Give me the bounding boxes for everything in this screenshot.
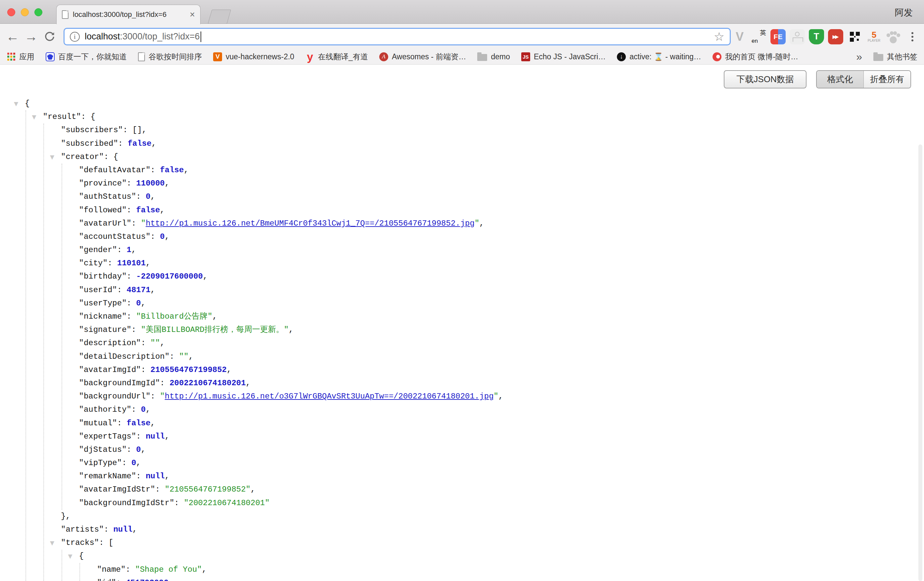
collapse-triangle-icon[interactable]: ▼ [32,110,36,124]
bookmark-item[interactable]: 在线翻译_有道 [305,52,368,62]
bookmarks-overflow-chevron[interactable]: » [856,51,862,63]
collapse-triangle-icon[interactable]: ▼ [14,97,18,110]
json-line: followed: false, [0,204,914,217]
zoom-window-button[interactable] [35,8,42,16]
json-line: remarkName: null, [0,470,914,483]
bookmark-item[interactable]: vue-hackernews-2.0 [213,52,294,61]
vertical-scrollbar[interactable] [918,144,922,581]
other-bookmarks-folder[interactable]: 其他书签 [873,52,917,62]
back-button[interactable]: ← [5,24,20,49]
translate-icon[interactable] [751,29,766,45]
download-json-button[interactable]: 下载JSON数据 [724,70,807,88]
qr-code-icon[interactable] [847,29,863,45]
browser-toolbar: ← → i localhost :3000/top_list?idx=6 ☆ [0,24,924,49]
json-line: city: 110101, [0,257,914,270]
json-token: id [97,578,116,581]
video-play-icon[interactable] [828,29,843,45]
json-token: , [132,525,137,534]
vue-icon [213,52,222,61]
bookmark-star-icon[interactable]: ☆ [714,31,724,43]
json-token: subscribed [61,139,118,148]
json-token: { [25,99,30,108]
json-line: userType: 0, [0,297,914,310]
json-token: , [165,179,170,188]
json-token: false [128,139,152,148]
vue-devtools-icon[interactable] [732,29,747,45]
bookmark-label: 我的首页 微博-随时… [725,52,798,62]
extensions-bar [732,24,920,49]
json-token: , [150,192,155,201]
json-line: ▼result: { [0,110,914,124]
baidu-paw-icon [46,52,54,61]
fe-icon[interactable] [771,29,785,45]
json-token: : [131,325,141,334]
json-token: 2105564767199852 [150,365,227,374]
json-token: : [104,525,114,534]
json-line: avatarImgId: 2105564767199852, [0,363,914,377]
json-token: false [136,206,160,215]
shield-t-icon[interactable] [809,29,824,45]
json-token: : [117,245,127,254]
html5-player-icon[interactable] [866,29,882,45]
collapse-all-button[interactable]: 折叠所有 [863,71,911,88]
bookmark-label: demo [491,52,510,61]
collapse-triangle-icon[interactable]: ▼ [50,536,54,550]
bookmark-item[interactable]: 谷歌按时间排序 [138,52,202,62]
bookmark-item[interactable]: 应用 [7,52,35,62]
json-token: }, [61,512,71,521]
folder-icon [873,54,883,61]
site-info-icon[interactable]: i [70,32,80,42]
paw-icon[interactable] [886,29,901,45]
json-link[interactable]: http://p1.music.126.net/o3G7lWrGBQAvSRt3… [165,392,494,401]
folder-icon [477,54,487,61]
json-token: , [160,206,165,215]
tab-close-icon[interactable]: × [190,10,195,19]
json-token: : [127,272,136,281]
reload-button[interactable] [42,24,57,49]
json-link[interactable]: http://p1.music.126.net/BmeUMF4Cr0f343lC… [145,219,475,228]
json-line: avatarUrl: "http://p1.music.126.net/BmeU… [0,217,914,230]
json-token: backgroundImgIdStr [79,498,175,508]
json-line: birthday: -2209017600000, [0,270,914,283]
minimize-window-button[interactable] [21,8,29,16]
page-icon [138,52,145,61]
json-token: " [475,219,479,228]
collapse-triangle-icon[interactable]: ▼ [50,151,54,164]
bookmark-item[interactable]: active: ⌛ - waiting… [617,52,701,61]
json-token: 451703096 [125,578,168,581]
json-token: "2105564767199852" [165,485,251,494]
bookmark-item[interactable]: 我的首页 微博-随时… [713,52,798,62]
bookmarks-bar: 应用百度一下，你就知道谷歌按时间排序vue-hackernews-2.0在线翻译… [0,49,924,65]
json-line: backgroundImgId: 2002210674180201, [0,377,914,390]
json-line: authority: 0, [0,403,914,416]
bookmark-item[interactable]: Echo JS - JavaScri… [521,52,606,61]
json-line: defaultAvatar: false, [0,164,914,177]
new-tab-button[interactable] [208,10,231,24]
browser-menu-icon[interactable] [905,29,920,45]
sitemap-icon[interactable] [790,29,805,45]
json-token: name [97,565,125,574]
collapse-triangle-icon[interactable]: ▼ [68,550,73,563]
browser-tab[interactable]: localhost:3000/top_list?idx=6 × [56,5,201,24]
json-token: userId [79,286,117,295]
bookmark-label: 百度一下，你就知道 [58,52,127,62]
format-button[interactable]: 格式化 [817,71,863,88]
forward-button[interactable]: → [24,24,38,49]
youdao-icon [305,52,314,61]
json-token: 0 [136,445,141,454]
bookmark-item[interactable]: demo [477,52,510,61]
json-token: backgroundImgId [79,379,160,387]
bookmark-item[interactable]: 百度一下，你就知道 [46,52,127,62]
profile-name[interactable]: 阿发 [895,7,913,18]
close-window-button[interactable] [7,8,15,16]
json-token: 0 [136,299,141,308]
bookmarks-list: 应用百度一下，你就知道谷歌按时间排序vue-hackernews-2.0在线翻译… [7,52,798,62]
json-token: , [152,139,156,148]
bookmark-item[interactable]: Awesomes - 前端资… [379,52,466,62]
json-token: authStatus [79,192,136,201]
json-token: " [160,392,165,401]
json-token: avatarImgId [79,365,141,374]
url-bar[interactable]: i localhost :3000/top_list?idx=6 ☆ [64,28,731,45]
json-token: "" [179,352,189,361]
json-line: ▼creator: { [0,151,914,164]
